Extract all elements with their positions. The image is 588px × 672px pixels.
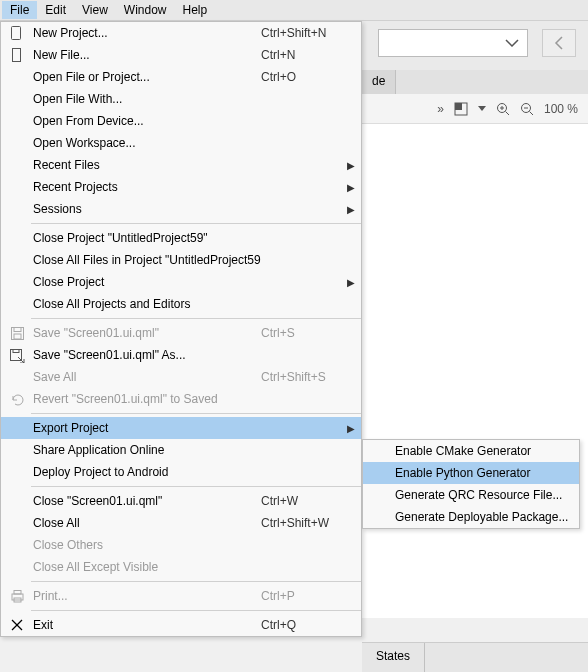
- menu-item-open-from-device[interactable]: Open From Device...: [1, 110, 361, 132]
- submenu-item-label: Enable CMake Generator: [391, 444, 573, 458]
- menu-item-close-all-files-in-project-untitledproject59[interactable]: Close All Files in Project "UntitledProj…: [1, 249, 361, 271]
- menu-item-save-screen01-ui-qml: Save "Screen01.ui.qml"Ctrl+S: [1, 322, 361, 344]
- svg-rect-17: [14, 591, 21, 595]
- menu-item-shortcut: Ctrl+Shift+S: [261, 370, 341, 384]
- menu-item-shortcut: Ctrl+W: [261, 494, 341, 508]
- submenu-item-generate-deployable-package[interactable]: Generate Deployable Package...: [363, 506, 579, 528]
- submenu-arrow-icon: ▶: [341, 277, 355, 288]
- submenu-item-enable-python-generator[interactable]: Enable Python Generator: [363, 462, 579, 484]
- menu-item-deploy-project-to-android[interactable]: Deploy Project to Android: [1, 461, 361, 483]
- menu-item-share-application-online[interactable]: Share Application Online: [1, 439, 361, 461]
- menu-item-open-workspace[interactable]: Open Workspace...: [1, 132, 361, 154]
- menu-item-label: Exit: [29, 618, 261, 632]
- menu-item-close-all-projects-and-editors[interactable]: Close All Projects and Editors: [1, 293, 361, 315]
- menu-item-label: Recent Files: [29, 158, 261, 172]
- menubar-item-help[interactable]: Help: [175, 1, 216, 19]
- zoom-out-icon[interactable]: [520, 102, 534, 116]
- menu-item-print: Print...Ctrl+P: [1, 585, 361, 607]
- menu-item-export-project[interactable]: Export Project▶: [1, 417, 361, 439]
- menu-item-save-screen01-ui-qml-as[interactable]: Save "Screen01.ui.qml" As...: [1, 344, 361, 366]
- menu-item-label: Deploy Project to Android: [29, 465, 261, 479]
- new-project-icon: [5, 25, 29, 41]
- menu-item-close-project-untitledproject59[interactable]: Close Project "UntitledProject59": [1, 227, 361, 249]
- menubar: FileEditViewWindowHelp: [0, 0, 588, 21]
- menu-item-label: Export Project: [29, 421, 261, 435]
- menu-item-open-file-or-project[interactable]: Open File or Project...Ctrl+O: [1, 66, 361, 88]
- zoom-level[interactable]: 100 %: [544, 102, 578, 116]
- menu-item-recent-files[interactable]: Recent Files▶: [1, 154, 361, 176]
- view-selector[interactable]: [378, 29, 528, 57]
- submenu-arrow-icon: ▶: [341, 182, 355, 193]
- menu-item-label: Close Project: [29, 275, 261, 289]
- menu-item-open-file-with[interactable]: Open File With...: [1, 88, 361, 110]
- menu-item-new-project[interactable]: New Project...Ctrl+Shift+N: [1, 22, 361, 44]
- menu-item-label: Close Project "UntitledProject59": [29, 231, 261, 245]
- svg-line-7: [529, 111, 533, 115]
- menu-item-recent-projects[interactable]: Recent Projects▶: [1, 176, 361, 198]
- menu-item-label: Recent Projects: [29, 180, 261, 194]
- menu-item-label: New Project...: [29, 26, 261, 40]
- menu-item-shortcut: Ctrl+Shift+W: [261, 516, 341, 530]
- menu-item-label: Save "Screen01.ui.qml": [29, 326, 261, 340]
- menu-separator: [31, 318, 361, 319]
- chevron-down-icon: [505, 39, 519, 47]
- menu-item-label: Close All Projects and Editors: [29, 297, 261, 311]
- new-file-icon: [5, 47, 29, 63]
- menu-item-sessions[interactable]: Sessions▶: [1, 198, 361, 220]
- submenu-item-enable-cmake-generator[interactable]: Enable CMake Generator: [363, 440, 579, 462]
- menu-item-close-all[interactable]: Close AllCtrl+Shift+W: [1, 512, 361, 534]
- menu-item-label: Close "Screen01.ui.qml": [29, 494, 261, 508]
- submenu-item-label: Generate Deployable Package...: [391, 510, 573, 524]
- svg-rect-1: [455, 103, 462, 110]
- svg-rect-10: [13, 49, 21, 62]
- menu-item-exit[interactable]: ExitCtrl+Q: [1, 614, 361, 636]
- menu-separator: [31, 223, 361, 224]
- fill-toggle-icon[interactable]: [454, 102, 468, 116]
- menubar-item-window[interactable]: Window: [116, 1, 175, 19]
- print-icon: [5, 589, 29, 603]
- menu-separator: [31, 581, 361, 582]
- menu-item-label: Share Application Online: [29, 443, 261, 457]
- editor-tab[interactable]: de: [362, 70, 396, 94]
- back-button[interactable]: [542, 29, 576, 57]
- menubar-item-view[interactable]: View: [74, 1, 116, 19]
- zoom-toolbar: » 100 %: [362, 94, 588, 124]
- menu-item-close-project[interactable]: Close Project▶: [1, 271, 361, 293]
- submenu-item-generate-qrc-resource-file[interactable]: Generate QRC Resource File...: [363, 484, 579, 506]
- design-canvas[interactable]: [362, 124, 588, 618]
- submenu-item-label: Generate QRC Resource File...: [391, 488, 573, 502]
- menu-separator: [31, 486, 361, 487]
- save-icon: [5, 326, 29, 341]
- svg-rect-12: [14, 327, 21, 331]
- menu-item-close-screen01-ui-qml[interactable]: Close "Screen01.ui.qml"Ctrl+W: [1, 490, 361, 512]
- states-panel: States: [362, 642, 588, 672]
- menu-item-shortcut: Ctrl+N: [261, 48, 341, 62]
- menu-item-shortcut: Ctrl+Shift+N: [261, 26, 341, 40]
- states-tab[interactable]: States: [362, 643, 425, 672]
- chevron-left-icon: [554, 36, 564, 50]
- menubar-item-file[interactable]: File: [2, 1, 37, 19]
- menu-item-new-file[interactable]: New File...Ctrl+N: [1, 44, 361, 66]
- menu-item-label: Open File or Project...: [29, 70, 261, 84]
- menu-separator: [31, 413, 361, 414]
- menu-item-close-others: Close Others: [1, 534, 361, 556]
- zoom-in-icon[interactable]: [496, 102, 510, 116]
- dropdown-caret-icon[interactable]: [478, 106, 486, 111]
- menubar-item-edit[interactable]: Edit: [37, 1, 74, 19]
- file-menu-dropdown: New Project...Ctrl+Shift+NNew File...Ctr…: [0, 21, 362, 637]
- menu-item-label: Close All Files in Project "UntitledProj…: [29, 253, 261, 267]
- menu-item-shortcut: Ctrl+Q: [261, 618, 341, 632]
- overflow-icon[interactable]: »: [437, 102, 444, 116]
- tab-label-fragment: de: [372, 74, 385, 88]
- menu-item-shortcut: Ctrl+S: [261, 326, 341, 340]
- menu-item-label: Close All Except Visible: [29, 560, 261, 574]
- revert-icon: [5, 392, 29, 407]
- svg-line-3: [505, 111, 509, 115]
- submenu-item-label: Enable Python Generator: [391, 466, 573, 480]
- menu-item-save-all: Save AllCtrl+Shift+S: [1, 366, 361, 388]
- menu-item-label: Open Workspace...: [29, 136, 261, 150]
- menu-item-label: Save All: [29, 370, 261, 384]
- svg-rect-13: [14, 334, 21, 339]
- menu-item-label: Close All: [29, 516, 261, 530]
- editor-tabbar: de: [362, 70, 588, 94]
